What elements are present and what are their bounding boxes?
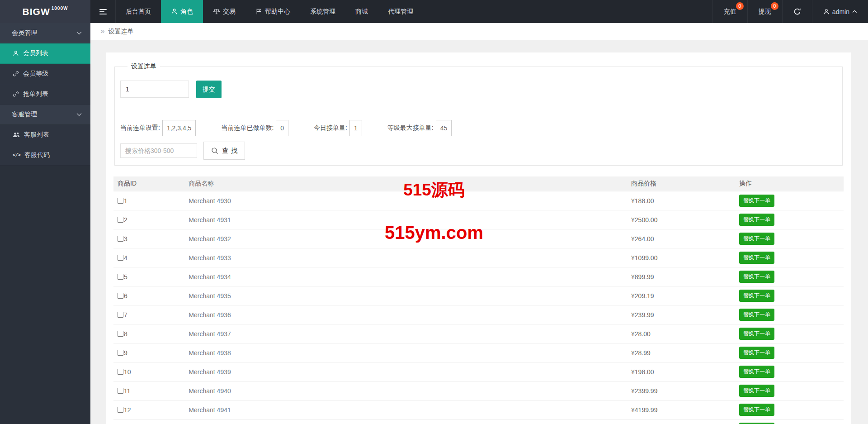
sidebar-item-member-list[interactable]: 会员列表 bbox=[0, 43, 90, 64]
sidebar-group-support[interactable]: 客服管理 bbox=[0, 105, 90, 125]
row-checkbox[interactable] bbox=[118, 198, 123, 204]
product-price: ¥1099.00 bbox=[631, 254, 739, 262]
nav-item-help-center[interactable]: 帮助中心 bbox=[245, 0, 300, 23]
person-icon bbox=[171, 8, 178, 15]
row-checkbox[interactable] bbox=[118, 369, 123, 375]
magnifier-icon bbox=[211, 147, 219, 155]
row-checkbox[interactable] bbox=[118, 255, 123, 261]
replace-next-order-button[interactable]: 替换下一单 bbox=[739, 347, 774, 359]
product-name: Merchant 4931 bbox=[189, 216, 631, 224]
product-name: Merchant 4930 bbox=[189, 197, 631, 205]
row-checkbox[interactable] bbox=[118, 350, 123, 356]
navbar-right: 充值 0 提现 0 admin bbox=[712, 0, 868, 23]
nav-item-system[interactable]: 系统管理 bbox=[300, 0, 345, 23]
replace-next-order-button[interactable]: 替换下一单 bbox=[739, 404, 774, 416]
chevron-up-icon bbox=[852, 10, 857, 13]
product-id: 7 bbox=[124, 311, 127, 319]
replace-next-order-button[interactable]: 替换下一单 bbox=[739, 385, 774, 397]
stats-row: 当前连单设置: 1,2,3,4,5 当前连单已做单数: 0 今日接单量: 1 等… bbox=[120, 120, 836, 136]
username: admin bbox=[832, 8, 849, 15]
replace-next-order-button[interactable]: 替换下一单 bbox=[739, 233, 774, 245]
recharge-button[interactable]: 充值 0 bbox=[712, 0, 747, 23]
table-row: 6 Merchant 4935 ¥209.19 替换下一单 bbox=[113, 286, 844, 305]
row-checkbox[interactable] bbox=[118, 388, 123, 394]
sidebar-item-support-code[interactable]: </> 客服代码 bbox=[0, 145, 90, 166]
replace-next-order-button[interactable]: 替换下一单 bbox=[739, 290, 774, 302]
withdraw-button[interactable]: 提现 0 bbox=[747, 0, 782, 23]
header-action: 操作 bbox=[739, 180, 844, 188]
top-navbar: BIGW1000W 后台首页 角色 交易 帮助中心 系统管理 商城 代理管理 充… bbox=[0, 0, 868, 23]
header-product-name: 商品名称 bbox=[189, 180, 631, 188]
row-checkbox[interactable] bbox=[118, 407, 123, 413]
refresh-icon bbox=[793, 8, 801, 15]
chain-order-input[interactable] bbox=[120, 81, 189, 98]
product-price: ¥4199.99 bbox=[631, 406, 739, 414]
stat-value: 1,2,3,4,5 bbox=[162, 120, 196, 136]
table-row: 5 Merchant 4934 ¥899.99 替换下一单 bbox=[113, 267, 844, 286]
row-checkbox[interactable] bbox=[118, 331, 123, 337]
fieldset-legend: 设置连单 bbox=[127, 62, 160, 71]
sidebar-item-member-level[interactable]: 会员等级 bbox=[0, 64, 90, 84]
sidebar-item-grab-order-list[interactable]: 抢单列表 bbox=[0, 84, 90, 105]
submit-button[interactable]: 提交 bbox=[196, 81, 222, 98]
row-checkbox[interactable] bbox=[118, 274, 123, 280]
product-price: ¥264.00 bbox=[631, 235, 739, 243]
price-search-input[interactable] bbox=[120, 143, 197, 158]
table-row: 2 Merchant 4931 ¥2500.00 替换下一单 bbox=[113, 210, 844, 229]
set-chain-order-fieldset: 设置连单 提交 当前连单设置: 1,2,3,4,5 当前连单已做单数: 0 今日… bbox=[114, 62, 843, 166]
refresh-button[interactable] bbox=[782, 0, 812, 23]
product-name: Merchant 4932 bbox=[189, 235, 631, 243]
product-id: 3 bbox=[124, 235, 127, 243]
row-checkbox[interactable] bbox=[118, 236, 123, 242]
product-price: ¥28.99 bbox=[631, 349, 739, 357]
nav-item-agent[interactable]: 代理管理 bbox=[378, 0, 423, 23]
nav-item-dashboard[interactable]: 后台首页 bbox=[116, 0, 161, 23]
replace-next-order-button[interactable]: 替换下一单 bbox=[739, 271, 774, 283]
sidebar-item-support-list[interactable]: 客服列表 bbox=[0, 125, 90, 145]
table-row: 11 Merchant 4940 ¥2399.99 替换下一单 bbox=[113, 381, 844, 400]
header-product-id: 商品ID bbox=[113, 180, 189, 188]
product-price: ¥239.99 bbox=[631, 311, 739, 319]
product-price: ¥28.00 bbox=[631, 330, 739, 338]
product-name: Merchant 4939 bbox=[189, 368, 631, 376]
product-id: 2 bbox=[124, 216, 127, 224]
logo-text: BIGW bbox=[23, 6, 50, 17]
replace-next-order-button[interactable]: 替换下一单 bbox=[739, 252, 774, 264]
sidebar-group-members[interactable]: 会员管理 bbox=[0, 23, 90, 43]
product-table: 商品ID 商品名称 商品价格 操作 1 Merchant 4930 ¥188.0… bbox=[113, 176, 844, 424]
user-icon bbox=[823, 9, 830, 15]
nav-item-roles[interactable]: 角色 bbox=[161, 0, 203, 23]
row-checkbox[interactable] bbox=[118, 312, 123, 318]
chevron-down-icon bbox=[76, 31, 82, 35]
users-icon bbox=[13, 132, 20, 138]
product-name: Merchant 4941 bbox=[189, 406, 631, 414]
stat-value: 45 bbox=[436, 120, 452, 136]
menu-toggle-button[interactable] bbox=[90, 0, 116, 23]
row-checkbox[interactable] bbox=[118, 217, 123, 223]
table-header-row: 商品ID 商品名称 商品价格 操作 bbox=[113, 176, 844, 191]
product-price: ¥2500.00 bbox=[631, 216, 739, 224]
replace-next-order-button[interactable]: 替换下一单 bbox=[739, 309, 774, 321]
replace-next-order-button[interactable]: 替换下一单 bbox=[739, 214, 774, 226]
row-checkbox[interactable] bbox=[118, 293, 123, 299]
product-id: 12 bbox=[124, 406, 131, 414]
product-id: 10 bbox=[124, 368, 131, 376]
table-row: 3 Merchant 4932 ¥264.00 替换下一单 bbox=[113, 229, 844, 248]
nav-item-trade[interactable]: 交易 bbox=[203, 0, 245, 23]
nav-item-mall[interactable]: 商城 bbox=[345, 0, 378, 23]
product-price: ¥2399.99 bbox=[631, 387, 739, 395]
stat-today-orders: 今日接单量: 1 bbox=[314, 120, 362, 136]
user-menu[interactable]: admin bbox=[812, 0, 868, 23]
stat-orders-done: 当前连单已做单数: 0 bbox=[221, 120, 288, 136]
table-row: 4 Merchant 4933 ¥1099.00 替换下一单 bbox=[113, 248, 844, 267]
replace-next-order-button[interactable]: 替换下一单 bbox=[739, 195, 774, 207]
replace-next-order-button[interactable]: 替换下一单 bbox=[739, 366, 774, 378]
replace-next-order-button[interactable]: 替换下一单 bbox=[739, 328, 774, 340]
stat-current-chain-setting: 当前连单设置: 1,2,3,4,5 bbox=[120, 120, 196, 136]
link-icon bbox=[13, 91, 19, 97]
table-row: 1 Merchant 4930 ¥188.00 替换下一单 bbox=[113, 191, 844, 210]
search-button[interactable]: 查 找 bbox=[203, 142, 245, 160]
person-icon bbox=[13, 50, 19, 57]
link-icon bbox=[13, 71, 19, 77]
logo-sup-text: 1000W bbox=[52, 6, 68, 11]
